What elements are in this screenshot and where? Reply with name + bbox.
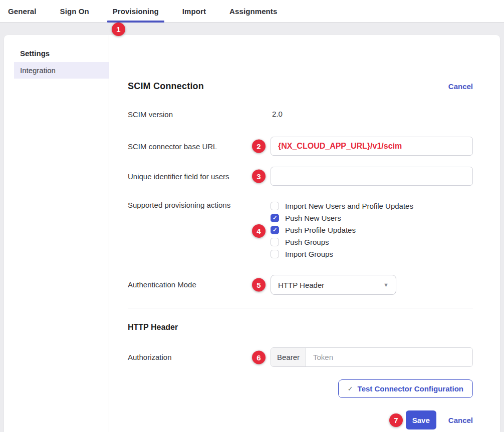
tab-sign-on[interactable]: Sign On [55,0,95,22]
cancel-link-top[interactable]: Cancel [448,82,473,91]
checkbox-import-groups[interactable]: ✓ [271,250,279,258]
scim-connection-panel: SCIM Connection Cancel SCIM version 2.0 … [109,35,500,432]
scim-version-label: SCIM version [128,110,271,119]
app-tab-bar: General Sign On Provisioning Import Assi… [0,0,504,23]
provisioning-actions-label: Supported provisioning actions [128,199,271,260]
checkbox-label: Import Groups [285,250,333,258]
auth-mode-label: Authentication Mode [128,275,271,295]
auth-mode-selected-value: HTTP Header [278,281,324,289]
checkbox-label: Push Groups [285,238,329,246]
section-divider [128,308,473,308]
provisioning-card: Settings Integration SCIM Connection Can… [4,35,500,432]
checkbox-label: Push Profile Updates [285,226,356,234]
checkbox-label: Push New Users [285,214,341,222]
base-url-input[interactable] [271,137,473,156]
bearer-prefix: Bearer [271,348,306,366]
check-icon: ✓ [348,385,353,392]
check-icon: ✓ [273,227,277,233]
chevron-down-icon: ▼ [383,282,389,288]
test-connector-label: Test Connector Configuration [358,384,463,393]
annotation-badge-6: 6 [252,350,266,364]
token-input[interactable] [306,348,472,366]
save-button[interactable]: Save [406,410,436,429]
checkbox-push-new-users[interactable]: ✓ [271,214,279,222]
scim-version-value: 2.0 [272,110,283,119]
authorization-label: Authorization [128,347,271,367]
settings-sidebar: Settings Integration [4,35,109,432]
authorization-input-group: Bearer [271,347,473,367]
annotation-badge-5: 5 [252,278,266,292]
test-connector-configuration-button[interactable]: ✓ Test Connector Configuration [338,379,473,398]
checkbox-push-groups[interactable]: ✓ [271,238,279,246]
annotation-badge-7: 7 [389,413,403,427]
cancel-link-bottom[interactable]: Cancel [448,416,473,424]
http-header-section-title: HTTP Header [128,323,473,332]
tab-general[interactable]: General [3,0,42,22]
tab-import[interactable]: Import [177,0,211,22]
sidebar-heading: Settings [4,49,109,58]
tab-provisioning[interactable]: Provisioning [107,0,164,22]
annotation-badge-2: 2 [252,140,266,153]
sidebar-item-integration[interactable]: Integration [14,62,109,79]
annotation-badge-3: 3 [252,170,266,183]
checkbox-import-new-users[interactable]: ✓ [271,202,279,210]
checkbox-row-push-profile-updates[interactable]: ✓ Push Profile Updates [271,224,473,236]
checkbox-label: Import New Users and Profile Updates [285,202,413,210]
unique-id-label: Unique identifier field for users [128,167,271,186]
checkbox-row-import-new-users[interactable]: ✓ Import New Users and Profile Updates [271,200,473,212]
annotation-badge-4: 4 [252,224,266,238]
base-url-label: SCIM connector base URL [128,137,271,156]
auth-mode-select[interactable]: HTTP Header ▼ [271,275,396,295]
checkbox-row-import-groups[interactable]: ✓ Import Groups [271,248,473,260]
unique-id-input[interactable] [271,167,473,186]
annotation-badge-1: 1 [112,23,125,36]
checkbox-row-push-groups[interactable]: ✓ Push Groups [271,236,473,248]
checkbox-row-push-new-users[interactable]: ✓ Push New Users [271,212,473,224]
check-icon: ✓ [273,215,277,221]
checkbox-push-profile-updates[interactable]: ✓ [271,226,279,234]
tab-assignments[interactable]: Assignments [224,0,283,22]
panel-title: SCIM Connection [128,81,204,92]
